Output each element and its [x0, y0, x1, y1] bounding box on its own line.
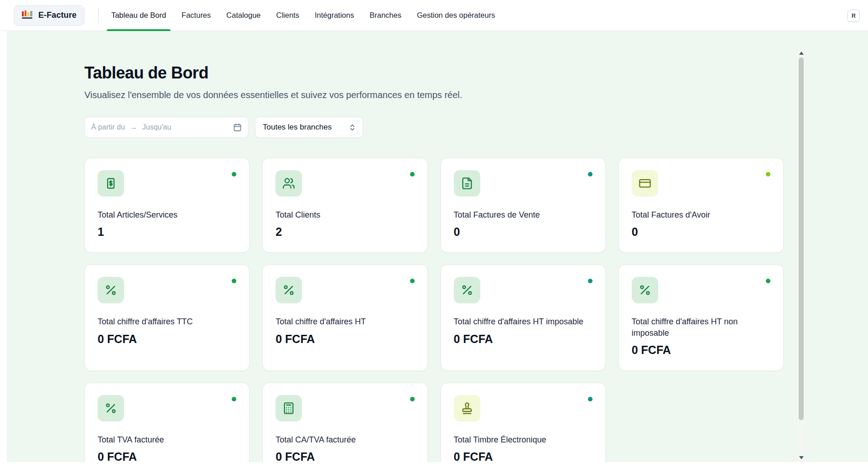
status-dot [588, 279, 593, 283]
stat-card-value: 0 FCFA [454, 332, 593, 346]
stat-card-value: 0 FCFA [98, 450, 236, 462]
stat-card-value: 0 [454, 225, 593, 239]
nav-item-label: Gestion des opérateurs [417, 11, 495, 20]
percent-icon [454, 277, 480, 303]
nav-item-label: Intégrations [315, 11, 354, 20]
scroll-up-arrow[interactable] [797, 49, 805, 57]
stat-card-label: Total TVA facturée [98, 434, 236, 445]
nav-item-branches[interactable]: Branches [369, 0, 401, 31]
stat-card-label: Total Clients [275, 209, 414, 220]
stat-card-label: Total Factures de Vente [454, 209, 593, 220]
nav-item-clients[interactable]: Clients [276, 0, 299, 31]
stat-card-label: Total Timbre Électronique [454, 434, 593, 445]
stat-card-label: Total chiffre d'affaires HT [275, 316, 414, 327]
nav-item-gestion-des-operateurs[interactable]: Gestion des opérateurs [417, 0, 495, 31]
status-dot [766, 279, 770, 283]
status-dot [410, 397, 415, 401]
stat-card-header [632, 170, 770, 197]
stat-card-value: 1 [98, 225, 236, 239]
stat-card-value: 0 FCFA [275, 450, 414, 462]
stat-card[interactable]: Total chiffre d'affaires HT imposable 0 … [441, 265, 606, 371]
branch-select-value: Toutes les branches [263, 123, 332, 132]
status-dot [410, 279, 415, 283]
stat-card-label: Total chiffre d'affaires HT non imposabl… [632, 316, 770, 338]
stat-card-header [98, 395, 236, 421]
user-avatar-button[interactable]: R [847, 10, 860, 22]
status-dot [410, 172, 415, 177]
date-range-input[interactable]: À partir du → Jusqu'au [84, 117, 249, 138]
stat-card-header [632, 277, 770, 303]
top-navbar: E-Facture Tableau de BordFacturesCatalog… [0, 0, 868, 31]
date-range-arrow-icon: → [130, 123, 137, 131]
brand-label: E-Facture [38, 10, 77, 20]
stat-card-value: 0 FCFA [454, 450, 593, 462]
branch-select[interactable]: Toutes les branches [255, 117, 363, 138]
stat-card[interactable]: Total Factures de Vente 0 [441, 158, 606, 253]
calculator-icon [275, 395, 302, 421]
stat-card[interactable]: Total CA/TVA facturée 0 FCFA [262, 383, 427, 462]
scroll-down-arrow[interactable] [797, 454, 805, 461]
stat-card[interactable]: Total Factures d'Avoir 0 [619, 158, 784, 253]
percent-icon [632, 277, 658, 303]
stat-card-header [454, 395, 593, 421]
stamp-icon [454, 395, 480, 421]
nav-item-integrations[interactable]: Intégrations [315, 0, 354, 31]
stat-card-label: Total chiffre d'affaires TTC [98, 316, 236, 327]
banknote-icon [98, 170, 124, 197]
stat-card-header [275, 277, 414, 303]
status-dot [232, 279, 236, 283]
nav-item-factures[interactable]: Factures [182, 0, 211, 31]
nav-items: Tableau de BordFacturesCatalogueClientsI… [111, 0, 495, 31]
stat-card-value: 0 FCFA [98, 332, 236, 346]
stat-card-value: 0 FCFA [275, 332, 414, 346]
nav-item-label: Tableau de Bord [111, 11, 166, 20]
stat-card-label: Total CA/TVA facturée [275, 434, 414, 445]
file-text-icon [454, 170, 480, 197]
stat-card-label: Total Factures d'Avoir [632, 209, 770, 220]
stat-card-header [275, 170, 414, 197]
status-dot [232, 172, 236, 177]
stat-card-header [98, 277, 236, 303]
stat-card-value: 0 FCFA [632, 343, 770, 357]
nav-item-catalogue[interactable]: Catalogue [226, 0, 260, 31]
stat-card[interactable]: Total Articles/Services 1 [84, 158, 249, 253]
main-area: Tableau de Bord Visualisez l'ensemble de… [7, 31, 868, 462]
page-subtitle: Visualisez l'ensemble de vos données ess… [84, 89, 784, 100]
status-dot [588, 172, 593, 177]
stat-card-header [454, 277, 593, 303]
stat-card-value: 2 [275, 225, 414, 239]
date-to-placeholder: Jusqu'au [142, 123, 172, 131]
brand[interactable]: E-Facture [14, 5, 84, 26]
percent-icon [98, 395, 124, 421]
stat-card[interactable]: Total TVA facturée 0 FCFA [84, 383, 249, 462]
date-from-placeholder: À partir du [91, 123, 125, 131]
stat-card[interactable]: Total chiffre d'affaires HT 0 FCFA [262, 265, 427, 371]
nav-item-label: Branches [369, 11, 401, 20]
users-icon [275, 170, 302, 197]
stat-card[interactable]: Total Clients 2 [262, 158, 427, 253]
stat-card-label: Total chiffre d'affaires HT imposable [454, 316, 593, 327]
stat-card[interactable]: Total Timbre Électronique 0 FCFA [441, 383, 606, 462]
scrollbar-thumb[interactable] [799, 57, 804, 420]
stat-card-label: Total Articles/Services [98, 209, 236, 220]
stats-cards-grid: Total Articles/Services 1 Total Clients … [84, 158, 784, 462]
chevrons-up-down-icon [348, 124, 356, 131]
nav-item-label: Clients [276, 11, 299, 20]
percent-icon [98, 277, 124, 303]
nav-divider [98, 8, 99, 23]
stat-card-header [454, 170, 593, 197]
calendar-icon [233, 123, 242, 132]
page-title: Tableau de Bord [84, 63, 784, 83]
app-logo-icon [21, 10, 33, 21]
dashboard-content: Tableau de Bord Visualisez l'ensemble de… [84, 63, 784, 462]
stat-card-header [98, 170, 236, 197]
vertical-scrollbar[interactable] [797, 49, 805, 461]
credit-card-icon [632, 170, 658, 197]
status-dot [766, 172, 770, 177]
stat-card[interactable]: Total chiffre d'affaires HT non imposabl… [619, 265, 784, 371]
stat-card[interactable]: Total chiffre d'affaires TTC 0 FCFA [84, 265, 249, 371]
nav-item-tableau-de-bord[interactable]: Tableau de Bord [111, 0, 166, 31]
percent-icon [275, 277, 302, 303]
stat-card-value: 0 [632, 225, 770, 239]
stat-card-header [275, 395, 414, 421]
